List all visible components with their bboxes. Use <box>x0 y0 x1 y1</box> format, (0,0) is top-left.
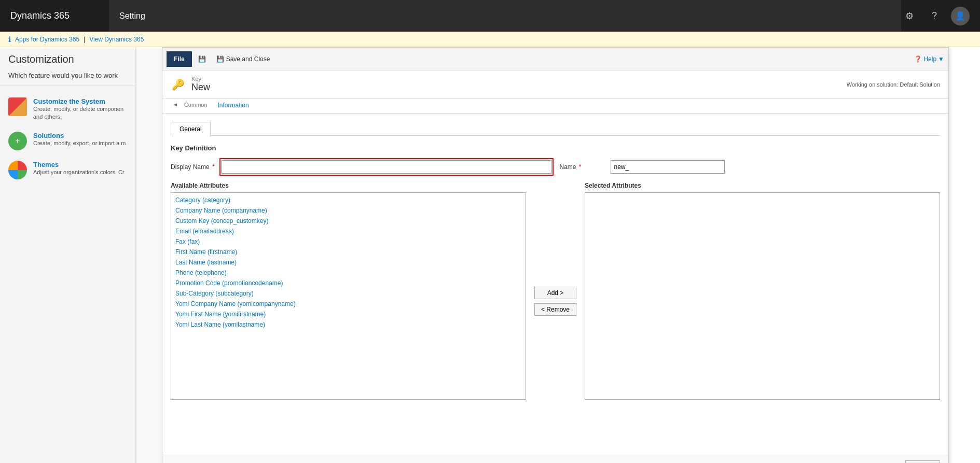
customize-system-desc: Create, modify, or delete componen and o… <box>33 105 127 121</box>
name-label: Name * <box>560 163 606 171</box>
main-layout: Customization Which feature would you li… <box>0 47 980 463</box>
name-input[interactable] <box>611 160 725 174</box>
form-header: 🔑 Key New Working on solution: Default S… <box>162 71 948 99</box>
themes-icon <box>8 161 27 179</box>
sidebar-item-solutions[interactable]: + Solutions Create, modify, export, or i… <box>0 127 135 156</box>
sidebar-item-themes[interactable]: Themes Adjust your organization's colors… <box>0 156 135 185</box>
solutions-icon: + <box>8 132 27 150</box>
solutions-desc: Create, modify, export, or import a m <box>33 139 126 147</box>
view-dynamics-link[interactable]: View Dynamics 365 <box>89 36 144 43</box>
key-icon: 🔑 <box>171 77 185 92</box>
info-separator: | <box>84 36 85 43</box>
toolbar-right: ❓ Help ▼ <box>914 55 944 63</box>
ok-button[interactable]: OK <box>905 460 940 463</box>
dialog-panel: File 💾 💾 Save and Close ❓ Help ▼ <box>162 47 949 463</box>
customize-system-label: Customize the System <box>33 97 127 105</box>
info-icon: ℹ <box>8 35 11 44</box>
nav-menu: ◄ Common Information <box>162 99 948 114</box>
nav-item-information[interactable]: Information <box>212 99 255 113</box>
help-chevron-icon: ▼ <box>938 55 944 63</box>
add-button[interactable]: Add > <box>534 287 576 299</box>
sidebar-menu-items: Customize the System Create, modify, or … <box>0 86 135 191</box>
top-nav-right: ⚙ ? 👤 <box>901 0 980 32</box>
file-button[interactable]: File <box>167 51 192 67</box>
toolbar: File 💾 💾 Save and Close ❓ Help ▼ <box>162 48 948 71</box>
solutions-label: Solutions <box>33 132 126 139</box>
available-attribute-item[interactable]: Phone (telephone) <box>171 268 526 278</box>
display-name-required: * <box>212 163 215 171</box>
sidebar-question: Which feature would you like to work <box>0 69 135 86</box>
help-icon: ❓ <box>914 55 922 63</box>
form-footer: OK <box>162 456 948 463</box>
form-body: General Key Definition Display Name * <box>162 114 948 456</box>
tabs: General <box>171 122 940 136</box>
form-subtitle: Key <box>191 76 840 82</box>
available-attribute-item[interactable]: Yomi First Name (yomifirstname) <box>171 309 526 319</box>
nav-chevron-icon: ◄ <box>171 99 180 113</box>
available-attribute-item[interactable]: Last Name (lastname) <box>171 257 526 268</box>
brand-text: Dynamics 365 <box>10 10 70 21</box>
available-attribute-item[interactable]: Custom Key (concep_customkey) <box>171 216 526 226</box>
customize-system-icon <box>8 97 27 116</box>
themes-desc: Adjust your organization's colors. Cr <box>33 169 125 176</box>
info-bar: ℹ Apps for Dynamics 365 | View Dynamics … <box>0 32 980 47</box>
save-close-icon: 💾 <box>216 55 224 63</box>
working-on-solution: Working on solution: Default Solution <box>847 81 940 88</box>
apps-link[interactable]: Apps for Dynamics 365 <box>15 36 79 43</box>
available-attribute-item[interactable]: First Name (firstname) <box>171 247 526 257</box>
question-icon[interactable]: ? <box>926 8 943 24</box>
available-attribute-item[interactable]: Sub-Category (subcategory) <box>171 288 526 299</box>
available-attribute-item[interactable]: Category (category) <box>171 195 526 205</box>
save-button[interactable]: 💾 <box>194 53 210 65</box>
display-name-name-row: Display Name * Name * <box>171 160 940 174</box>
top-navigation: Dynamics 365 Setting ⚙ ? 👤 <box>0 0 980 32</box>
available-attribute-item[interactable]: Company Name (companyname) <box>171 205 526 216</box>
available-attribute-item[interactable]: Yomi Company Name (yomicompanyname) <box>171 299 526 309</box>
selected-attributes-list[interactable] <box>585 192 940 400</box>
sidebar-item-customize-system[interactable]: Customize the System Create, modify, or … <box>0 92 135 127</box>
available-attributes-column: Available Attributes Category (category)… <box>171 182 526 400</box>
available-attribute-item[interactable]: Email (emailaddress) <box>171 226 526 236</box>
remove-button[interactable]: < Remove <box>534 303 576 316</box>
selected-attributes-label: Selected Attributes <box>585 182 940 189</box>
name-required: * <box>579 163 582 171</box>
nav-section-label: Common <box>180 99 212 113</box>
selected-attributes-column: Selected Attributes <box>585 182 940 400</box>
display-name-input[interactable] <box>222 160 551 174</box>
dialog-overlay: File 💾 💾 Save and Close ❓ Help ▼ <box>136 47 980 463</box>
display-name-label: Display Name * <box>171 163 217 171</box>
available-attributes-list[interactable]: Category (category)Company Name (company… <box>171 192 526 400</box>
brand-logo: Dynamics 365 <box>0 0 109 32</box>
help-button[interactable]: ❓ Help ▼ <box>914 55 944 63</box>
available-attribute-item[interactable]: Fax (fax) <box>171 236 526 247</box>
gear-icon[interactable]: ⚙ <box>901 8 918 24</box>
available-attribute-item[interactable]: Yomi Last Name (yomilastname) <box>171 319 526 330</box>
save-icon: 💾 <box>198 55 206 63</box>
save-close-button[interactable]: 💾 Save and Close <box>212 53 274 65</box>
sidebar: Customization Which feature would you li… <box>0 47 136 463</box>
sidebar-title: Customization <box>0 47 135 69</box>
attributes-buttons: Add > < Remove <box>534 182 576 400</box>
name-group: Name * <box>560 160 941 174</box>
themes-label: Themes <box>33 161 125 169</box>
key-definition-section-title: Key Definition <box>171 144 940 154</box>
nav-settings-section: Setting <box>109 0 901 32</box>
display-name-group: Display Name * <box>171 160 551 174</box>
form-title: New <box>191 82 840 93</box>
tab-general[interactable]: General <box>171 122 211 136</box>
nav-settings-label: Setting <box>119 11 145 21</box>
save-close-label: Save and Close <box>226 55 270 63</box>
available-attributes-label: Available Attributes <box>171 182 526 189</box>
attributes-area: Available Attributes Category (category)… <box>171 182 940 400</box>
help-label: Help <box>923 55 936 63</box>
available-attribute-item[interactable]: Promotion Code (promotioncodename) <box>171 278 526 288</box>
user-avatar[interactable]: 👤 <box>951 7 970 25</box>
